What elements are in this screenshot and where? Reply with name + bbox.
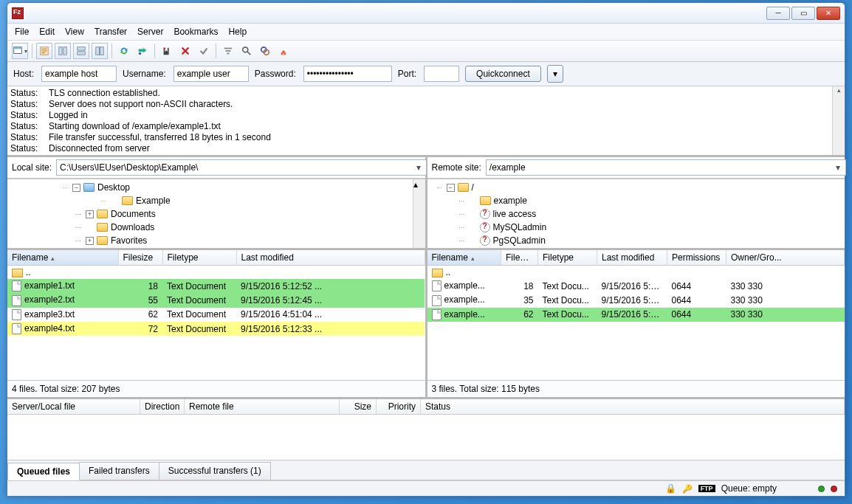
column-header[interactable]: Filetype bbox=[162, 250, 236, 266]
tree-toggle[interactable]: − bbox=[447, 184, 455, 192]
queue-tab[interactable]: Failed transfers bbox=[79, 462, 159, 480]
queue-column-header[interactable]: Direction bbox=[140, 399, 185, 414]
refresh-button[interactable] bbox=[116, 43, 132, 59]
remote-status: 3 files. Total size: 115 bytes bbox=[427, 380, 845, 397]
menu-help[interactable]: Help bbox=[228, 27, 247, 37]
tree-item[interactable]: ⋯+Favorites bbox=[9, 234, 424, 247]
file-row[interactable]: example3.txt62Text Document9/15/2016 4:5… bbox=[7, 308, 425, 322]
local-filelist[interactable]: FilenameFilesizeFiletypeLast modified..e… bbox=[7, 250, 425, 380]
file-row[interactable]: example...18Text Docu...9/15/2016 5:05:.… bbox=[427, 279, 845, 293]
column-header[interactable]: Last modified bbox=[236, 250, 425, 266]
password-input[interactable] bbox=[303, 66, 392, 82]
reconnect-button[interactable] bbox=[196, 43, 212, 59]
log-label: Status: bbox=[10, 143, 41, 154]
local-tree-scrollbar[interactable]: ▴ bbox=[413, 179, 425, 248]
queue-tab[interactable]: Queued files bbox=[7, 463, 80, 480]
log-scrollbar[interactable]: ▴ bbox=[832, 86, 845, 155]
file-row[interactable]: example4.txt72Text Document9/15/2016 5:1… bbox=[7, 322, 425, 336]
column-header[interactable]: Filename bbox=[427, 250, 501, 266]
remote-path-input[interactable] bbox=[486, 159, 846, 176]
file-icon bbox=[12, 309, 21, 320]
tree-item[interactable]: ⋯Example bbox=[9, 194, 424, 207]
compare-button[interactable] bbox=[257, 43, 273, 59]
queue-column-header[interactable]: Priority bbox=[377, 399, 421, 414]
log-message: Logged in bbox=[49, 110, 88, 121]
tree-toggle[interactable]: − bbox=[72, 184, 80, 192]
tree-item[interactable]: ⋯example bbox=[429, 194, 844, 207]
auto-button[interactable] bbox=[275, 43, 292, 59]
parent-dir-row[interactable]: .. bbox=[7, 266, 425, 280]
tree-label: example bbox=[494, 196, 527, 206]
tree-item[interactable]: ⋯live access bbox=[429, 207, 844, 221]
search-button[interactable] bbox=[238, 43, 255, 59]
disconnect-button[interactable] bbox=[177, 43, 193, 59]
log-label: Status: bbox=[10, 132, 41, 143]
username-input[interactable] bbox=[174, 66, 249, 82]
queue-body[interactable] bbox=[7, 415, 845, 460]
menu-server[interactable]: Server bbox=[137, 27, 163, 37]
site-manager-button[interactable]: ▾ bbox=[12, 43, 28, 59]
quickconnect-button[interactable]: Quickconnect bbox=[465, 66, 541, 82]
maximize-button[interactable]: ▭ bbox=[791, 7, 815, 20]
folder-icon bbox=[458, 183, 469, 192]
column-header[interactable]: Owner/Gro... bbox=[726, 250, 845, 266]
tree-item[interactable]: ⋯MySQLadmin bbox=[429, 221, 844, 234]
queue-tab[interactable]: Successful transfers (1) bbox=[159, 462, 271, 480]
quickconnect-dropdown[interactable]: ▾ bbox=[547, 65, 563, 83]
file-row[interactable]: example...62Text Docu...9/15/2016 5:05:.… bbox=[427, 308, 845, 322]
toggle-tree-button[interactable] bbox=[55, 43, 71, 59]
remote-filelist[interactable]: FilenameFilesizeFiletypeLast modifiedPer… bbox=[427, 250, 845, 380]
split-panes: Local site: ▾ ▴ ⋯−Desktop⋯Example⋯+Docum… bbox=[7, 157, 845, 399]
minimize-button[interactable]: ─ bbox=[766, 7, 790, 20]
tree-toggle[interactable]: + bbox=[86, 237, 94, 245]
queue-column-header[interactable]: Size bbox=[340, 399, 377, 414]
log-label: Status: bbox=[10, 110, 41, 121]
local-path-input[interactable] bbox=[56, 159, 426, 176]
svg-rect-4 bbox=[63, 47, 66, 55]
column-header[interactable]: Permissions bbox=[667, 250, 726, 266]
column-header[interactable]: Filesize bbox=[118, 250, 162, 266]
cancel-button[interactable] bbox=[159, 43, 175, 59]
tree-toggle[interactable]: + bbox=[86, 210, 94, 218]
host-input[interactable] bbox=[41, 66, 117, 82]
file-row[interactable]: example...35Text Docu...9/15/2016 5:05:.… bbox=[427, 293, 845, 307]
file-row[interactable]: example2.txt55Text Document9/15/2016 5:1… bbox=[7, 293, 425, 307]
process-queue-button[interactable] bbox=[134, 43, 151, 59]
column-header[interactable]: Filesize bbox=[501, 250, 538, 266]
log-panel[interactable]: Status:TLS connection established.Status… bbox=[7, 86, 845, 157]
parent-dir-row[interactable]: .. bbox=[427, 266, 845, 280]
queue-column-header[interactable]: Status bbox=[421, 399, 845, 414]
folder-icon bbox=[97, 210, 108, 218]
tree-item[interactable]: ⋯−/ bbox=[429, 181, 844, 194]
column-header[interactable]: Filetype bbox=[538, 250, 597, 266]
toggle-queue-button[interactable] bbox=[73, 43, 89, 59]
close-button[interactable]: ✕ bbox=[817, 7, 840, 20]
filter-button[interactable] bbox=[220, 43, 236, 59]
tree-item[interactable]: ⋯−Desktop bbox=[9, 181, 424, 194]
port-input[interactable] bbox=[424, 66, 459, 82]
tree-item[interactable]: ⋯Downloads bbox=[9, 221, 424, 234]
username-label: Username: bbox=[123, 69, 166, 79]
remote-tree[interactable]: ⋯−/⋯example⋯live access⋯MySQLadmin⋯PgSQL… bbox=[427, 179, 845, 250]
queue-status: Queue: empty bbox=[721, 483, 777, 494]
queue-column-header[interactable]: Server/Local file bbox=[7, 399, 140, 414]
remote-header-row: FilenameFilesizeFiletypeLast modifiedPer… bbox=[427, 250, 845, 266]
toolbar: ▾ bbox=[7, 41, 845, 62]
column-header[interactable]: Filename bbox=[7, 250, 118, 266]
synchronize-button[interactable] bbox=[92, 43, 108, 59]
local-header-row: FilenameFilesizeFiletypeLast modified bbox=[7, 250, 425, 266]
queue-column-header[interactable]: Remote file bbox=[185, 399, 340, 414]
toggle-log-button[interactable] bbox=[36, 43, 52, 59]
local-tree[interactable]: ▴ ⋯−Desktop⋯Example⋯+Documents⋯Downloads… bbox=[7, 179, 425, 250]
tree-item[interactable]: ⋯+Documents bbox=[9, 207, 424, 221]
menu-transfer[interactable]: Transfer bbox=[95, 27, 127, 37]
file-icon bbox=[432, 280, 442, 291]
tree-item[interactable]: ⋯PgSQLadmin bbox=[429, 234, 844, 247]
column-header[interactable]: Last modified bbox=[597, 250, 667, 266]
file-row[interactable]: example1.txt18Text Document9/15/2016 5:1… bbox=[7, 279, 425, 293]
menu-edit[interactable]: Edit bbox=[39, 27, 55, 37]
menu-file[interactable]: File bbox=[15, 27, 29, 37]
queue-headers[interactable]: Server/Local fileDirectionRemote fileSiz… bbox=[7, 399, 845, 415]
menu-bookmarks[interactable]: Bookmarks bbox=[174, 27, 218, 37]
menu-view[interactable]: View bbox=[65, 27, 84, 37]
